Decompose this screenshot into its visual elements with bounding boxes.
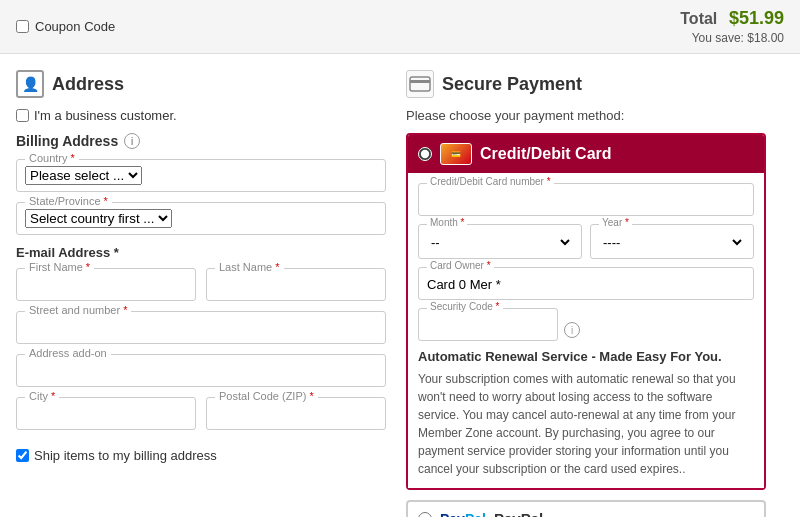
card-number-input[interactable]	[427, 191, 745, 210]
city-input[interactable]	[25, 404, 187, 423]
address-title: Address	[52, 74, 124, 95]
total-amount: $51.99	[729, 8, 784, 28]
month-select[interactable]: --	[427, 232, 573, 253]
payment-title: Secure Payment	[442, 74, 582, 95]
address-header: 👤 Address	[16, 70, 386, 98]
year-field: Year * ----	[590, 224, 754, 259]
country-select[interactable]: Please select ...	[25, 166, 142, 185]
paypal-radio[interactable]	[418, 512, 432, 518]
security-row: Security Code * i	[418, 308, 754, 341]
ship-label: Ship items to my billing address	[34, 448, 217, 463]
security-input[interactable]	[427, 316, 549, 335]
billing-address-label: Billing Address i	[16, 133, 386, 149]
coupon-area: Coupon Code	[16, 19, 115, 34]
payment-section: Secure Payment Please choose your paymen…	[406, 70, 766, 517]
paypal-logo-icon: PayPal	[440, 511, 486, 518]
state-legend: State/Province *	[25, 195, 112, 207]
paypal-label: PayPal	[494, 510, 543, 517]
last-name-field: Last Name *	[206, 268, 386, 301]
security-legend: Security Code *	[427, 301, 503, 312]
state-field: State/Province * Select country first ..…	[16, 202, 386, 235]
total-label: Total	[680, 10, 717, 27]
postal-legend: Postal Code (ZIP) *	[215, 390, 318, 402]
first-name-legend: First Name *	[25, 261, 94, 273]
card-icon: 💳	[440, 143, 472, 165]
credit-card-option: 💳 Credit/Debit Card Credit/Debit Card nu…	[406, 133, 766, 490]
country-legend: Country *	[25, 152, 79, 164]
business-customer-row: I'm a business customer.	[16, 108, 386, 123]
coupon-checkbox[interactable]	[16, 20, 29, 33]
payment-method-label: Please choose your payment method:	[406, 108, 766, 123]
ship-checkbox-row: Ship items to my billing address	[16, 448, 386, 463]
you-save: You save: $18.00	[680, 31, 784, 45]
payment-icon	[406, 70, 434, 98]
credit-card-radio[interactable]	[418, 147, 432, 161]
address-section: 👤 Address I'm a business customer. Billi…	[16, 70, 386, 517]
paypal-option: PayPal PayPal	[406, 500, 766, 517]
main-content: 👤 Address I'm a business customer. Billi…	[0, 54, 800, 517]
payment-header: Secure Payment	[406, 70, 766, 98]
billing-info-icon[interactable]: i	[124, 133, 140, 149]
city-field: City *	[16, 397, 196, 430]
card-number-field: Credit/Debit Card number *	[418, 183, 754, 216]
address-icon: 👤	[16, 70, 44, 98]
svg-rect-1	[410, 80, 430, 83]
credit-card-title: Credit/Debit Card	[480, 145, 612, 163]
address-addon-legend: Address add-on	[25, 347, 111, 359]
ship-checkbox[interactable]	[16, 449, 29, 462]
state-select[interactable]: Select country first ...	[25, 209, 172, 228]
first-name-field: First Name *	[16, 268, 196, 301]
email-label: E-mail Address *	[16, 245, 386, 260]
city-legend: City *	[25, 390, 59, 402]
street-field: Street and number *	[16, 311, 386, 344]
credit-card-body: Credit/Debit Card number * Month * -- Ye…	[408, 173, 764, 488]
street-input[interactable]	[25, 318, 377, 337]
card-owner-legend: Card Owner *	[427, 260, 494, 271]
last-name-legend: Last Name *	[215, 261, 284, 273]
business-checkbox[interactable]	[16, 109, 29, 122]
coupon-label: Coupon Code	[35, 19, 115, 34]
year-legend: Year *	[599, 217, 632, 228]
total-area: Total $51.99 You save: $18.00	[680, 8, 784, 45]
city-postal-row: City * Postal Code (ZIP) *	[16, 397, 386, 440]
address-addon-field: Address add-on	[16, 354, 386, 387]
month-year-row: Month * -- Year * ----	[418, 224, 754, 259]
country-field: Country * Please select ...	[16, 159, 386, 192]
street-legend: Street and number *	[25, 304, 131, 316]
renewal-title: Automatic Renewal Service - Made Easy Fo…	[418, 349, 754, 364]
month-field: Month * --	[418, 224, 582, 259]
credit-card-header: 💳 Credit/Debit Card	[408, 135, 764, 173]
address-addon-input[interactable]	[25, 361, 377, 380]
postal-input[interactable]	[215, 404, 377, 423]
card-owner-input[interactable]	[427, 275, 745, 294]
postal-field: Postal Code (ZIP) *	[206, 397, 386, 430]
security-info-icon[interactable]: i	[564, 322, 580, 338]
first-name-input[interactable]	[25, 275, 187, 294]
renewal-text: Your subscription comes with automatic r…	[418, 370, 754, 478]
security-field: Security Code *	[418, 308, 558, 341]
business-label: I'm a business customer.	[34, 108, 177, 123]
card-owner-field: Card Owner *	[418, 267, 754, 300]
month-legend: Month *	[427, 217, 467, 228]
svg-rect-0	[410, 77, 430, 91]
top-bar: Coupon Code Total $51.99 You save: $18.0…	[0, 0, 800, 54]
year-select[interactable]: ----	[599, 232, 745, 253]
last-name-input[interactable]	[215, 275, 377, 294]
card-number-legend: Credit/Debit Card number *	[427, 176, 554, 187]
